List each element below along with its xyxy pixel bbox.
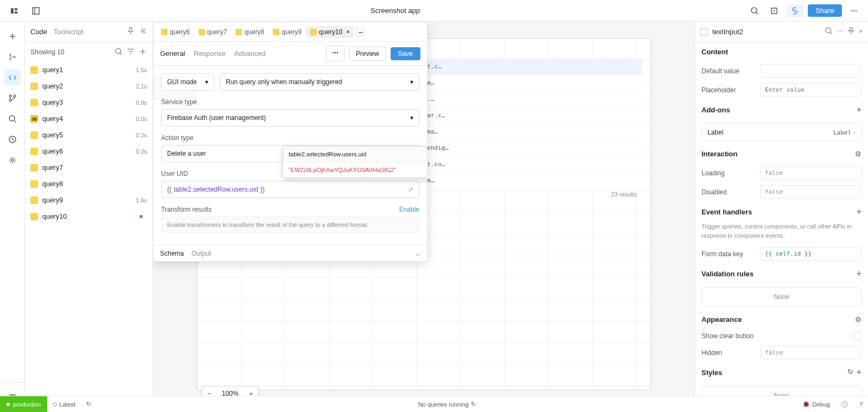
query-item[interactable]: query7	[25, 160, 152, 176]
tab-toolscript[interactable]: Toolscript	[54, 28, 84, 36]
settings-icon[interactable]	[4, 152, 21, 168]
query-name: query10	[42, 213, 135, 220]
inspector-search-icon[interactable]	[825, 27, 833, 37]
canvas: Users { "uid": "EW2z8LpOjhXwYQJuKYGVAVHa…	[153, 22, 694, 412]
minimize-icon[interactable]	[356, 28, 365, 36]
loading-input[interactable]	[760, 166, 861, 180]
tab-response[interactable]: Response	[194, 49, 226, 58]
svg-point-28	[335, 52, 336, 53]
default-value-input[interactable]	[760, 64, 861, 78]
query-time: 1.6s	[136, 197, 147, 204]
appearance-settings-icon[interactable]: ⚙	[855, 315, 861, 324]
svg-point-29	[337, 52, 338, 53]
enable-link[interactable]: Enable	[399, 206, 419, 213]
query-item[interactable]: query60.2s	[25, 143, 152, 160]
query-item[interactable]: JSquery40.0s	[25, 111, 152, 127]
env-badge[interactable]: production	[0, 396, 47, 412]
menu-icon[interactable]	[7, 3, 22, 18]
inspector-pin-icon[interactable]	[847, 27, 856, 37]
query-type-icon	[235, 29, 242, 35]
tree-icon[interactable]	[4, 49, 21, 65]
service-type-select[interactable]: Firebase Auth (user management)▾	[161, 109, 419, 126]
query-item[interactable]: query50.2s	[25, 127, 152, 143]
trigger-select[interactable]: Run query only when manually triggered▾	[220, 73, 419, 91]
autocomplete-item[interactable]: table2.selectedRow.users.uid Inspect	[283, 147, 427, 162]
query-item[interactable]: query8	[25, 176, 152, 192]
history-status-icon[interactable]: 🕐	[835, 401, 854, 408]
interaction-settings-icon[interactable]: ⚙	[855, 150, 861, 158]
footer-chevron-icon[interactable]: ⌄	[415, 250, 420, 257]
disabled-input[interactable]	[760, 185, 861, 199]
search-queries-icon[interactable]	[114, 47, 123, 58]
editor-file-tab[interactable]: query8	[231, 26, 269, 38]
svg-line-25	[120, 53, 122, 54]
help-icon[interactable]: ?	[854, 401, 868, 408]
query-time: 0.2s	[136, 132, 147, 138]
history-icon[interactable]	[4, 131, 21, 148]
play-icon[interactable]	[767, 3, 782, 18]
editor-file-tab[interactable]: query9	[269, 26, 306, 38]
search-rail-icon[interactable]	[4, 111, 21, 127]
hidden-label: Hidden	[701, 349, 756, 357]
code-panel: Code Toolscript Showing 10 query11.5sque…	[25, 22, 153, 412]
filter-icon[interactable]	[126, 47, 135, 58]
tab-advanced[interactable]: Advanced	[234, 49, 266, 58]
add-style-button[interactable]: +	[857, 367, 861, 377]
query-time: 2.1s	[136, 83, 147, 90]
collapse-icon[interactable]	[138, 27, 147, 37]
editor-file-tab[interactable]: query10	[306, 26, 354, 38]
tab-code[interactable]: Code	[30, 28, 47, 36]
component-name[interactable]: textInput2	[712, 28, 743, 36]
placeholder-input[interactable]	[760, 83, 861, 97]
add-validation-button[interactable]: +	[857, 269, 861, 278]
user-uid-input[interactable]: {{ table2.selectedRow.users.uid }} ⤢	[161, 181, 419, 198]
addon-label-row[interactable]: Label Label ›	[702, 124, 861, 141]
output-tab[interactable]: Output	[192, 250, 211, 257]
query-item[interactable]: query30.9s	[25, 94, 152, 111]
svg-rect-1	[15, 8, 17, 10]
add-addon-button[interactable]: +	[857, 105, 861, 115]
svg-rect-3	[33, 8, 39, 14]
add-query-icon[interactable]	[138, 47, 147, 58]
editor-file-tab[interactable]: query6	[157, 26, 194, 38]
schema-tab[interactable]: Schema	[160, 250, 184, 257]
styles-reset-icon[interactable]: ↻	[847, 367, 853, 377]
form-data-key-input[interactable]	[760, 247, 861, 261]
inspector-more-icon[interactable]: ⋯	[837, 27, 844, 37]
more-icon[interactable]	[846, 3, 861, 18]
show-clear-toggle[interactable]	[853, 332, 861, 340]
layout-icon[interactable]	[28, 3, 43, 18]
placeholder-label: Placeholder	[701, 86, 756, 94]
expand-editor-icon[interactable]: ⤢	[408, 186, 413, 193]
code-icon[interactable]	[4, 69, 21, 86]
query-type-icon	[30, 164, 38, 172]
svg-point-15	[14, 95, 16, 97]
query-item[interactable]: query10	[25, 208, 152, 225]
more-options-button[interactable]	[326, 46, 344, 61]
component-type-icon	[700, 28, 708, 36]
editor-file-tab[interactable]: query7	[194, 26, 232, 38]
unsaved-dot-icon	[347, 30, 349, 33]
version-indicator[interactable]: ◇Latest	[47, 401, 81, 408]
query-item[interactable]: query11.5s	[25, 62, 152, 78]
branch-icon[interactable]	[4, 90, 21, 106]
debug-button[interactable]: 🐞 Debug	[797, 401, 835, 408]
search-icon[interactable]	[747, 3, 762, 18]
pin-icon[interactable]	[126, 27, 135, 37]
save-button[interactable]: Save	[391, 47, 420, 60]
add-handler-button[interactable]: +	[857, 207, 861, 217]
add-icon[interactable]	[4, 28, 21, 45]
preview-button[interactable]: Preview	[349, 47, 386, 61]
tab-general[interactable]: General	[160, 49, 185, 58]
query-item[interactable]: query22.1s	[25, 78, 152, 94]
hidden-input[interactable]	[760, 346, 861, 359]
refresh-icon[interactable]: ↻	[81, 401, 97, 408]
inspector-expand-icon[interactable]: »	[859, 27, 863, 37]
service-type-label: Service type	[161, 98, 419, 106]
link-button[interactable]	[786, 4, 803, 17]
query-item[interactable]: query91.6s	[25, 192, 152, 208]
share-button[interactable]: Share	[808, 4, 842, 17]
query-type-icon	[30, 213, 38, 220]
svg-line-18	[14, 121, 16, 122]
gui-mode-select[interactable]: GUI mode▾	[161, 73, 214, 91]
